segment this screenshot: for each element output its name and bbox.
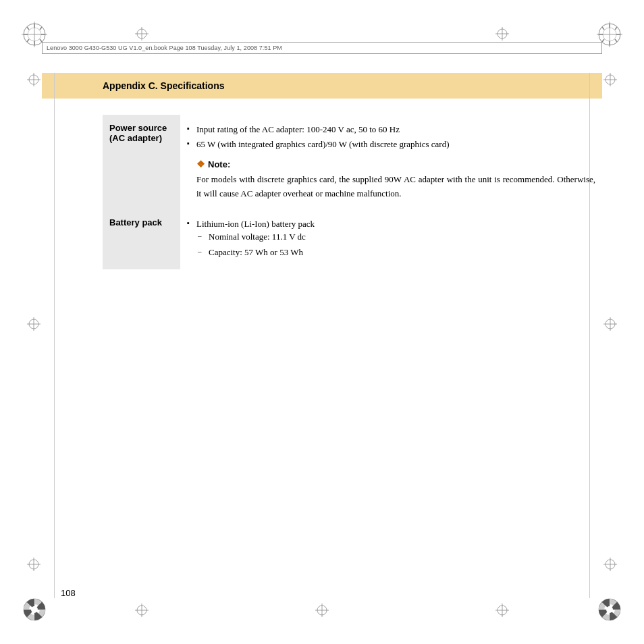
- svg-point-33: [606, 606, 613, 613]
- svg-point-37: [29, 319, 38, 329]
- svg-point-64: [317, 606, 327, 615]
- cross-bot-left: [135, 603, 149, 617]
- list-item: 65 W (with integrated graphics card)/90 …: [187, 138, 595, 151]
- svg-line-19: [615, 39, 617, 42]
- header-text: Lenovo 3000 G430-G530 UG V1.0_en.book Pa…: [47, 45, 282, 51]
- svg-point-25: [29, 604, 40, 615]
- corner-mark-br: [597, 597, 622, 622]
- svg-point-13: [603, 28, 616, 41]
- note-box: ❖ Note: For models with discrete graphic…: [196, 157, 595, 201]
- power-source-content: Input rating of the AC adapter: 100-240 …: [180, 115, 602, 209]
- list-item: Lithium-ion (Li-Ion) battery pack Nomina…: [187, 217, 595, 260]
- list-item: Nominal voltage: 11.1 V dc: [198, 230, 595, 244]
- cross-right-top: [603, 73, 617, 86]
- content-area: Power source (AC adapter) Input rating o…: [42, 108, 602, 576]
- svg-line-11: [27, 27, 29, 30]
- svg-line-5: [40, 27, 42, 30]
- svg-point-61: [498, 606, 507, 615]
- cross-bot-right: [495, 603, 509, 617]
- cross-right-mid: [603, 317, 617, 331]
- table-row: Battery pack Lithium-ion (Li-Ion) batter…: [103, 209, 602, 269]
- svg-line-23: [602, 27, 604, 30]
- list-item: Input rating of the AC adapter: 100-240 …: [187, 123, 595, 136]
- table-row: Power source (AC adapter) Input rating o…: [103, 115, 602, 209]
- svg-point-46: [606, 319, 615, 329]
- svg-point-1: [28, 28, 41, 41]
- svg-point-28: [31, 606, 38, 613]
- note-title-text: Note:: [208, 158, 230, 171]
- svg-point-24: [24, 599, 45, 620]
- note-title: ❖ Note:: [196, 157, 595, 171]
- battery-bullets: Lithium-ion (Li-Ion) battery pack Nomina…: [187, 217, 595, 260]
- battery-pack-content: Lithium-ion (Li-Ion) battery pack Nomina…: [180, 209, 602, 269]
- cross-left-mid: [27, 317, 41, 331]
- svg-point-29: [599, 599, 620, 620]
- cross-top-left: [135, 27, 149, 41]
- cross-left-bot: [27, 558, 41, 571]
- svg-line-7: [40, 39, 42, 42]
- note-body: For models with discrete graphics card, …: [196, 173, 595, 201]
- dash-list: Nominal voltage: 11.1 V dc Capacity: 57 …: [198, 230, 595, 260]
- cross-left-top: [27, 73, 41, 86]
- power-source-label: Power source (AC adapter): [103, 115, 180, 209]
- corner-mark-tr: [597, 22, 622, 47]
- list-item: Capacity: 57 Wh or 53 Wh: [198, 246, 595, 260]
- corner-mark-bl: [22, 597, 47, 622]
- svg-line-21: [602, 39, 604, 42]
- svg-point-0: [24, 24, 45, 45]
- svg-point-30: [604, 604, 615, 615]
- svg-point-55: [498, 29, 507, 38]
- svg-point-12: [599, 24, 620, 45]
- header-bar: Lenovo 3000 G430-G530 UG V1.0_en.book Pa…: [42, 42, 602, 54]
- cross-right-bot: [603, 558, 617, 571]
- svg-line-9: [27, 39, 29, 42]
- chapter-band: Appendix C. Specifications: [42, 73, 602, 99]
- svg-point-52: [137, 29, 146, 38]
- cross-bot-mid: [315, 603, 329, 617]
- svg-point-43: [606, 75, 615, 84]
- note-diamond-icon: ❖: [196, 157, 205, 171]
- battery-pack-label: Battery pack: [103, 209, 180, 269]
- cross-top-right: [495, 27, 509, 41]
- svg-line-17: [615, 27, 617, 30]
- specs-table: Power source (AC adapter) Input rating o…: [103, 115, 602, 269]
- power-source-bullets: Input rating of the AC adapter: 100-240 …: [187, 123, 595, 151]
- page-number: 108: [61, 588, 76, 598]
- svg-point-34: [29, 75, 38, 84]
- chapter-title: Appendix C. Specifications: [103, 80, 224, 91]
- svg-point-49: [606, 560, 615, 569]
- corner-mark-tl: [22, 22, 47, 47]
- svg-point-58: [137, 606, 146, 615]
- svg-point-40: [29, 560, 38, 569]
